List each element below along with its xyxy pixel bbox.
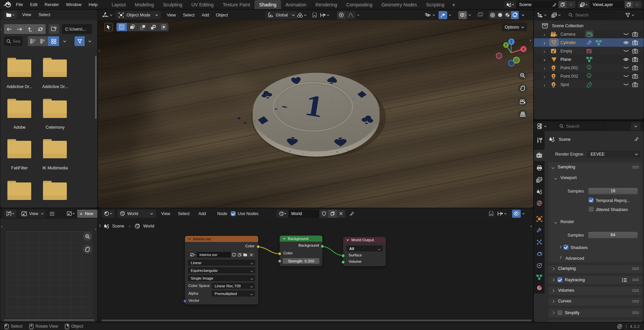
svg-text:Y: Y [505, 43, 507, 47]
svg-text:Z: Z [510, 40, 513, 44]
svg-text:X: X [522, 47, 525, 51]
